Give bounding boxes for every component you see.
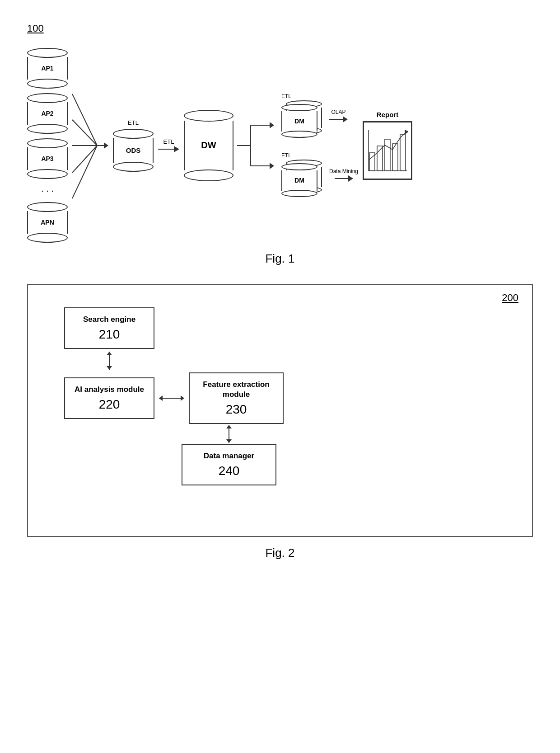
ap-column: AP1 AP2 AP3 · · · APN [27,48,68,243]
ai-analysis-title: AI analysis module [75,385,144,395]
ap1-cylinder: AP1 [27,48,68,89]
data-manager-title: Data manager [204,451,254,461]
bidir-arrow-search-ai-svg [104,351,115,371]
etl2-label: ETL [163,138,174,145]
fig1-label: 100 [27,23,533,34]
ai-analysis-box: AI analysis module 220 [64,377,154,419]
report-box [363,121,412,180]
search-engine-title: Search engine [83,315,135,325]
converging-arrow-section [72,82,108,209]
etl3-label: ETL [281,93,291,99]
feature-extraction-box: Feature extraction module 230 [189,372,284,424]
apn-label: APN [27,211,68,234]
data-manager-number: 240 [219,464,240,478]
ap-dots: · · · [41,185,54,196]
svg-line-3 [72,146,97,173]
figure-1-container: 100 AP1 AP2 AP3 · · · [27,23,533,266]
dm1-label: DM [281,111,317,132]
svg-marker-19 [405,130,408,134]
fig2-caption: Fig. 2 [27,546,533,560]
svg-marker-26 [159,395,163,401]
converging-arrow-svg [72,82,108,209]
dm-bottom-row: ETL DM [281,152,358,198]
svg-marker-23 [107,352,112,355]
bidir-arrow-ai-feat-svg [158,393,185,404]
ap3-label: AP3 [27,147,68,170]
ap1-label: AP1 [27,57,68,80]
fig1-caption: Fig. 1 [27,252,533,266]
svg-marker-29 [226,425,232,428]
fork-arrow-svg [237,105,278,186]
fig1-diagram: AP1 AP2 AP3 · · · APN [27,48,533,243]
svg-line-4 [72,146,97,198]
search-engine-number: 210 [99,327,120,342]
ai-analysis-number: 220 [99,397,120,412]
report-label: Report [363,111,412,118]
dm2-front: DM [281,163,317,197]
svg-rect-18 [400,135,406,171]
svg-rect-16 [385,139,390,171]
report-section: Report [363,111,412,180]
dm2-stack: DM [281,160,322,198]
svg-marker-11 [270,122,274,128]
arrow-search-ai [64,351,154,371]
fig2-content: Search engine 210 AI analysis module 220 [51,303,509,490]
fig2-label: 200 [502,292,518,304]
datamining-label: Data Mining [329,168,358,174]
svg-line-1 [72,120,97,146]
svg-marker-6 [104,142,108,149]
apn-cylinder: APN [27,202,68,243]
dm-groups-section: ETL DM [281,93,358,198]
ap2-cylinder: AP2 [27,93,68,134]
olap-label: OLAP [331,109,345,115]
ods-cylinder: ODS [113,129,154,172]
figure-2-container: 200 Search engine 210 AI analysis module… [27,284,533,537]
arrow-feature-data-wrapper [64,424,276,444]
arrow-feature-data [182,424,276,444]
svg-marker-30 [226,439,232,443]
etl4-label: ETL [281,152,291,159]
ap2-label: AP2 [27,102,68,125]
etl1-ods-section: ETL ODS [113,119,154,172]
ods-label: ODS [113,138,154,163]
bidir-arrow-feat-data-svg [224,424,234,444]
olap-arrow: OLAP [329,109,348,122]
svg-marker-13 [270,163,274,169]
dw-label: DW [184,121,233,170]
svg-line-0 [72,94,97,146]
feature-extraction-title: Feature extraction module [199,380,274,400]
arrow-ai-feature [158,393,185,404]
svg-marker-27 [181,395,184,401]
dw-cylinder: DW [184,110,233,181]
ai-feature-row: AI analysis module 220 Feature extractio… [64,372,284,424]
ap3-cylinder: AP3 [27,138,68,179]
search-engine-box: Search engine 210 [64,307,154,349]
fork-arrow-section [237,105,278,186]
report-chart [367,128,408,173]
etl1-label: ETL [128,119,139,126]
data-manager-wrapper: Data manager 240 [64,444,276,485]
svg-marker-24 [107,366,112,370]
etl2-arrow: ETL [158,138,179,152]
dm-top-row: ETL DM [281,93,348,139]
dm2-label: DM [281,170,317,191]
dm1-front: DM [281,104,317,138]
dm1-stack: DM [281,100,322,139]
data-manager-box: Data manager 240 [182,444,276,485]
datamining-arrow: Data Mining [329,168,358,182]
feature-extraction-number: 230 [226,402,247,417]
